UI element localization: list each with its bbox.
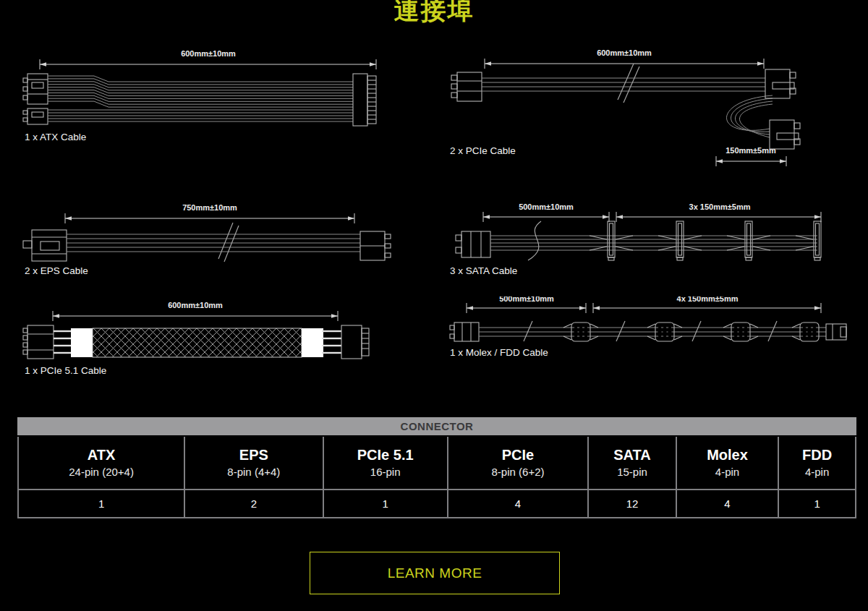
connector-column-pcie51: PCIe 5.1 16-pin 1 — [323, 437, 447, 517]
pcie-loop-wires — [726, 95, 773, 137]
connector-name: PCIe 5.1 — [357, 446, 414, 464]
connector-head: ATX 24-pin (20+4) — [19, 437, 184, 490]
page-title: 連接埠 — [0, 0, 868, 25]
connector-name: SATA — [613, 446, 650, 464]
svg-text:150mm±5mm: 150mm±5mm — [726, 146, 776, 155]
svg-text:600mm±10mm: 600mm±10mm — [597, 48, 652, 57]
atx-cable-label: 1 x ATX Cable — [25, 132, 86, 142]
connector-pins: 24-pin (20+4) — [69, 464, 134, 479]
connector-count: 1 — [324, 490, 447, 517]
pcie-connector-2 — [770, 120, 800, 149]
pcie-wires — [482, 64, 765, 103]
molex-dimension-main: 500mm±10mm — [467, 296, 586, 313]
connector-pins: 8-pin (4+4) — [227, 464, 280, 479]
atx-cable-figure: 600mm±10mm — [22, 45, 412, 146]
connector-column-eps: EPS 8-pin (4+4) 2 — [184, 437, 322, 517]
molex-cable-diagram: 500mm±10mm 4x 150mm±5mm — [447, 296, 856, 351]
eps-cable-diagram: 750mm±10mm — [22, 202, 412, 264]
connector-head: SATA 15-pin — [589, 437, 676, 490]
pcie51-cable-label: 1 x PCIe 5.1 Cable — [25, 365, 106, 376]
connector-table: CONNECTOR ATX 24-pin (20+4) 1 EPS 8-pin … — [17, 417, 856, 518]
connector-name: PCIe — [502, 446, 534, 464]
pcie51-wires-right — [322, 331, 341, 353]
connector-name: Molex — [707, 446, 748, 464]
connector-pins: 16-pin — [370, 464, 401, 479]
connector-pins: 4-pin — [805, 464, 829, 479]
connector-head: PCIe 8-pin (6+2) — [448, 437, 587, 490]
pcie51-sleeve-cap-right — [302, 328, 323, 357]
pcie-cable-figure: 600mm±10mm — [447, 45, 856, 168]
connector-name: ATX — [88, 446, 116, 464]
eps-cable-figure: 750mm±10mm 2 x E — [22, 202, 412, 278]
eps-dimension: 750mm±10mm — [65, 203, 354, 223]
sata-wires — [490, 221, 817, 260]
connector-section: 連接埠 600mm±10mm — [0, 0, 868, 611]
connector-pins: 4-pin — [715, 464, 739, 479]
connector-column-pcie: PCIe 8-pin (6+2) 4 — [447, 437, 587, 517]
molex-dimension-secondary: 4x 150mm±5mm — [593, 296, 821, 313]
svg-text:600mm±10mm: 600mm±10mm — [168, 301, 223, 309]
pcie-dimension-main: 600mm±10mm — [485, 48, 764, 69]
connector-table-title: CONNECTOR — [17, 417, 856, 435]
atx-right-connector — [353, 74, 376, 126]
pcie51-cable-diagram: 600mm±10mm — [22, 296, 412, 365]
svg-text:500mm±10mm: 500mm±10mm — [499, 296, 554, 303]
connector-head: FDD 4-pin — [779, 437, 855, 490]
eps-right-connector — [360, 231, 391, 260]
learn-more-button[interactable]: LEARN MORE — [310, 552, 560, 594]
pcie-dimension-secondary: 150mm±5mm — [716, 146, 786, 166]
svg-text:500mm±10mm: 500mm±10mm — [519, 202, 574, 211]
pcie51-sleeve-cap-left — [71, 328, 93, 357]
sata-cable-figure: 500mm±10mm 3x 150mm±5mm — [447, 202, 856, 278]
pcie51-dimension: 600mm±10mm — [53, 301, 338, 321]
svg-text:3x 150mm±5mm: 3x 150mm±5mm — [689, 202, 751, 211]
fdd-end-connector — [826, 324, 846, 340]
sata-dimension-secondary: 3x 150mm±5mm — [616, 202, 821, 222]
molex-cable-label: 1 x Molex / FDD Cable — [450, 347, 548, 358]
connector-head: Molex 4-pin — [677, 437, 778, 490]
sata-dimension-main: 500mm±10mm — [483, 202, 609, 222]
connector-count: 12 — [589, 490, 676, 517]
eps-left-connector — [23, 230, 67, 261]
connector-count: 4 — [448, 490, 587, 517]
pcie-cable-label: 2 x PCIe Cable — [450, 145, 516, 156]
pcie51-braided-sleeve — [93, 328, 302, 357]
connector-name: EPS — [239, 446, 268, 464]
atx-dimension: 600mm±10mm — [40, 49, 376, 69]
connector-column-atx: ATX 24-pin (20+4) 1 — [19, 437, 184, 517]
connector-table-grid: ATX 24-pin (20+4) 1 EPS 8-pin (4+4) 2 PC… — [17, 437, 856, 518]
connector-name: FDD — [802, 446, 832, 464]
connector-head: EPS 8-pin (4+4) — [185, 437, 322, 490]
atx-wires — [48, 76, 353, 121]
connector-pins: 8-pin (6+2) — [492, 464, 545, 479]
molex-left-connector — [450, 322, 479, 341]
sata-cable-label: 3 x SATA Cable — [450, 265, 517, 276]
connector-count: 2 — [185, 490, 322, 517]
eps-cable-label: 2 x EPS Cable — [25, 265, 88, 276]
sata-connectors — [590, 221, 821, 260]
connector-column-molex: Molex 4-pin 4 — [676, 437, 778, 517]
pcie51-left-connector — [23, 325, 54, 359]
atx-cable-diagram: 600mm±10mm — [22, 45, 412, 132]
connector-pins: 15-pin — [617, 464, 647, 479]
pcie51-wires-left — [54, 331, 72, 353]
pcie-connector-1 — [765, 69, 796, 98]
connector-column-sata: SATA 15-pin 12 — [587, 437, 676, 517]
svg-text:600mm±10mm: 600mm±10mm — [181, 49, 236, 58]
connector-count: 1 — [19, 490, 184, 517]
connector-count: 4 — [677, 490, 778, 517]
molex-cable-figure: 500mm±10mm 4x 150mm±5mm — [447, 296, 856, 362]
sata-cable-diagram: 500mm±10mm 3x 150mm±5mm — [447, 202, 856, 264]
atx-left-connectors — [23, 74, 48, 124]
connector-head: PCIe 5.1 16-pin — [324, 437, 447, 490]
svg-text:4x 150mm±5mm: 4x 150mm±5mm — [677, 296, 739, 303]
connector-column-fdd: FDD 4-pin 1 — [778, 437, 855, 517]
pcie51-right-connector — [341, 325, 369, 359]
pcie51-cable-figure: 600mm±10mm — [22, 296, 412, 380]
svg-text:750mm±10mm: 750mm±10mm — [182, 203, 237, 212]
eps-wires — [67, 223, 360, 262]
sata-left-connector — [456, 231, 490, 257]
pcie-left-connector — [451, 72, 482, 101]
connector-count: 1 — [779, 490, 855, 517]
